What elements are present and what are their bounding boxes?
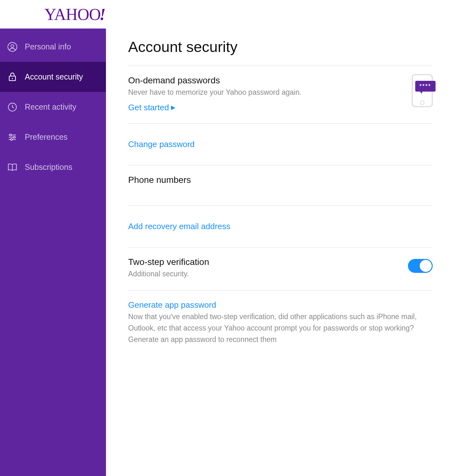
svg-point-8 (13, 136, 15, 138)
phone-icon: **** (412, 74, 433, 107)
odp-title: On-demand passwords (128, 75, 433, 86)
add-recovery-email-link[interactable]: Add recovery email address (128, 222, 230, 231)
clock-icon (7, 102, 18, 113)
section-phone-numbers: Phone numbers (128, 165, 433, 205)
get-started-link[interactable]: Get started ▶ (128, 103, 175, 113)
header: YAHOO! (0, 0, 466, 29)
section-generate-app-password: Generate app password Now that you've en… (128, 290, 433, 356)
sidebar-item-personal-info[interactable]: Personal info (0, 32, 106, 62)
two-step-title: Two-step verification (128, 257, 433, 267)
change-password-link[interactable]: Change password (128, 139, 195, 149)
sidebar: Personal info Account security Recent ac… (0, 29, 106, 476)
sidebar-item-recent-activity[interactable]: Recent activity (0, 92, 106, 122)
page-title: Account security (128, 38, 433, 55)
sidebar-item-label: Account security (25, 72, 83, 81)
bang-icon: ! (99, 5, 105, 23)
svg-point-1 (11, 44, 14, 47)
section-add-recovery-email: Add recovery email address (128, 205, 433, 247)
svg-point-6 (10, 134, 12, 136)
sliders-icon (7, 132, 18, 143)
odp-subtitle: Never have to memorize your Yahoo passwo… (128, 87, 433, 98)
sidebar-item-subscriptions[interactable]: Subscriptions (0, 152, 106, 182)
yahoo-logo[interactable]: YAHOO! (44, 5, 105, 24)
get-started-label: Get started (128, 103, 169, 113)
brand-text: YAHOO (44, 5, 101, 23)
section-two-step-verification: Two-step verification Additional securit… (128, 247, 433, 291)
main-content: Account security On-demand passwords Nev… (106, 29, 455, 476)
phone-numbers-title: Phone numbers (128, 175, 433, 185)
sidebar-item-label: Recent activity (25, 102, 76, 112)
book-icon (7, 162, 18, 173)
two-step-toggle[interactable] (408, 259, 433, 273)
sidebar-item-label: Preferences (25, 132, 68, 142)
sidebar-item-account-security[interactable]: Account security (0, 62, 106, 92)
two-step-subtitle: Additional security. (128, 268, 433, 280)
sidebar-item-preferences[interactable]: Preferences (0, 122, 106, 152)
chevron-right-icon: ▶ (171, 104, 175, 111)
sidebar-item-label: Subscriptions (25, 163, 72, 172)
app-password-description: Now that you've enabled two-step verific… (128, 311, 433, 345)
section-change-password: Change password (128, 123, 433, 165)
section-on-demand-passwords: On-demand passwords Never have to memori… (128, 66, 433, 123)
person-icon (7, 42, 18, 52)
sidebar-item-label: Personal info (25, 42, 71, 51)
svg-point-0 (8, 42, 17, 51)
svg-point-10 (10, 138, 12, 140)
lock-icon (7, 72, 18, 82)
sms-bubble-icon: **** (415, 81, 436, 92)
generate-app-password-link[interactable]: Generate app password (128, 300, 216, 310)
